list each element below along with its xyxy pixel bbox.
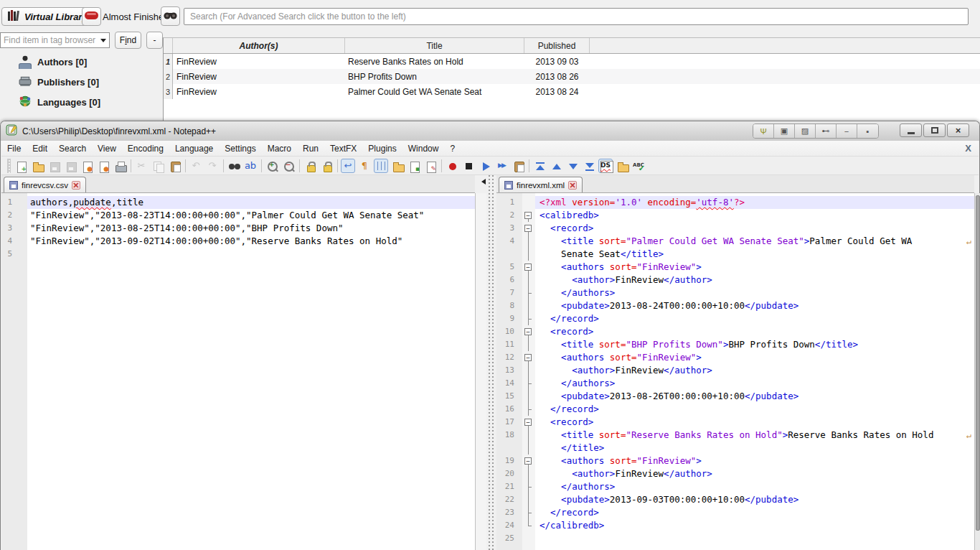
menu-item-textfx[interactable]: TextFX [324, 141, 362, 156]
tab-finrevxml[interactable]: finrevxml.xml ✕ [499, 177, 583, 192]
fold-margin[interactable]: − [522, 325, 535, 338]
maximize-button[interactable] [923, 123, 946, 137]
close-all-icon[interactable]: ● [96, 159, 110, 173]
open-containing-folder-icon[interactable] [615, 159, 629, 173]
sync-horizontal-icon[interactable] [319, 159, 334, 173]
tab-close-icon[interactable]: ✕ [72, 181, 80, 190]
zoom-out-icon[interactable]: − [281, 159, 296, 173]
sidebar-item-languages[interactable]: Languages [0] [0, 92, 159, 112]
sidebar-item-publishers[interactable]: Publishers [0] [0, 72, 159, 92]
zoom-in-icon[interactable]: + [265, 159, 279, 173]
save-all-icon[interactable] [63, 159, 77, 173]
copy-icon[interactable] [151, 159, 165, 173]
nav-down-icon[interactable] [565, 159, 580, 173]
nav-first-icon[interactable] [532, 159, 547, 173]
menu-item-settings[interactable]: Settings [219, 141, 261, 156]
dock-window-icon[interactable]: ▣ [774, 124, 795, 138]
virtual-library-button[interactable]: Virtual Library [1, 7, 94, 26]
right-vertical-scrollbar[interactable] [974, 193, 980, 550]
tab-finrevcsv[interactable]: finrevcsv.csv ✕ [4, 177, 86, 192]
dock-transparency-icon[interactable]: ▨ [795, 124, 816, 138]
spell-check-abc-icon[interactable]: ABC [631, 159, 646, 173]
find-icon[interactable] [227, 159, 241, 173]
collapse-tag-browser-button[interactable]: - [146, 32, 163, 49]
find-button[interactable]: Find [115, 32, 141, 49]
nav-last-icon[interactable] [582, 159, 596, 173]
search-input[interactable] [184, 8, 969, 25]
dock-dot-icon[interactable]: ▪ [857, 124, 878, 138]
csv-editor-surface[interactable]: 1authors,pubdate,title2"FinReview","2013… [1, 193, 475, 550]
menu-item-help[interactable]: ? [444, 141, 461, 156]
doc-switcher-icon[interactable]: ✎ [423, 159, 438, 173]
table-row[interactable]: 1FinReviewReserve Banks Rates on Hold201… [164, 54, 980, 69]
save-icon[interactable] [47, 159, 61, 173]
menu-item-macro[interactable]: Macro [262, 141, 297, 156]
left-vertical-scrollbar[interactable] [475, 193, 486, 550]
table-row[interactable]: 2FinReviewBHP Profits Down2013 08 26 [164, 69, 980, 84]
paste-icon[interactable] [167, 159, 182, 173]
scrollbar-thumb[interactable] [976, 195, 980, 531]
fold-collapse-icon[interactable]: − [524, 225, 532, 232]
almost-finished-button[interactable] [82, 7, 101, 26]
macro-record-icon[interactable] [445, 159, 459, 173]
dock-pin-icon[interactable]: ⊷ [816, 124, 837, 138]
toolbar-drag-handle[interactable] [7, 159, 11, 173]
menu-item-edit[interactable]: Edit [27, 141, 53, 156]
cut-icon[interactable]: ✂ [134, 159, 149, 173]
menu-item-run[interactable]: Run [297, 141, 324, 156]
menu-item-search[interactable]: Search [53, 141, 92, 156]
fold-margin[interactable]: − [522, 351, 535, 364]
fold-collapse-icon[interactable]: − [524, 419, 532, 426]
menu-item-view[interactable]: View [92, 141, 122, 156]
nav-up-icon[interactable] [549, 159, 563, 173]
macro-play-icon[interactable] [478, 159, 492, 173]
column-header-title[interactable]: Title [345, 38, 524, 53]
menu-item-file[interactable]: File [1, 141, 27, 156]
fold-collapse-icon[interactable]: − [524, 457, 532, 465]
new-file-icon[interactable]: + [14, 159, 28, 173]
open-file-icon[interactable] [30, 159, 44, 173]
close-file-icon[interactable]: ● [80, 159, 94, 173]
print-icon[interactable] [113, 159, 127, 173]
npp-title-bar[interactable]: C:\Users\Philip\Desktop\finrevxml.xml - … [1, 121, 979, 141]
fold-collapse-icon[interactable]: − [524, 354, 532, 361]
tag-browser-find-combobox[interactable]: Find item in tag browser [0, 32, 110, 48]
replace-icon[interactable]: ab [243, 159, 258, 173]
show-all-characters-icon[interactable]: ¶ [357, 159, 372, 173]
menu-item-language[interactable]: Language [169, 141, 219, 156]
fold-collapse-icon[interactable]: − [524, 264, 532, 271]
menu-item-window[interactable]: Window [402, 141, 445, 156]
fold-margin[interactable]: − [522, 416, 535, 429]
menu-item-plugins[interactable]: Plugins [362, 141, 402, 156]
dock-minus-icon[interactable]: − [837, 124, 857, 138]
sync-vertical-icon[interactable] [303, 159, 317, 173]
fold-collapse-icon[interactable]: − [524, 212, 532, 219]
menu-item-encoding[interactable]: Encoding [122, 141, 169, 156]
fold-margin[interactable]: − [522, 261, 535, 274]
table-row[interactable]: 3FinReviewPalmer Could Get WA Senate Sea… [164, 84, 980, 99]
minimize-button[interactable] [900, 123, 922, 137]
dock-wrench-icon[interactable]: Ψ [753, 124, 774, 138]
pane-splitter[interactable] [486, 175, 496, 550]
fold-collapse-icon[interactable]: − [524, 328, 532, 335]
tab-close-icon[interactable]: ✕ [568, 181, 577, 190]
doc-map-icon[interactable]: ▪ [407, 159, 421, 173]
macro-run-multiple-icon[interactable]: ▶▶ [494, 159, 509, 173]
user-define-dialog-icon[interactable] [390, 159, 405, 173]
fold-margin[interactable]: − [522, 455, 535, 467]
undo-icon[interactable]: ↶ [189, 159, 203, 173]
dspellcheck-icon[interactable]: DS [598, 159, 613, 173]
indent-guide-icon[interactable] [374, 159, 388, 173]
menu-close-document-button[interactable]: X [965, 143, 971, 154]
fold-margin[interactable]: − [522, 222, 535, 235]
redo-icon[interactable]: ↷ [205, 159, 220, 173]
column-header-published[interactable]: Published [524, 38, 590, 53]
xml-editor-surface[interactable]: 1<?xml version='1.0' encoding='utf-8'?>2… [496, 193, 974, 550]
macro-save-icon[interactable] [511, 159, 525, 173]
macro-stop-icon[interactable] [461, 159, 476, 173]
advanced-search-button[interactable] [161, 6, 180, 26]
column-header-authors[interactable]: Author(s) [173, 38, 345, 53]
close-button[interactable]: × [947, 123, 969, 137]
fold-margin[interactable]: − [522, 209, 535, 222]
word-wrap-icon[interactable]: ↩ [341, 159, 355, 173]
